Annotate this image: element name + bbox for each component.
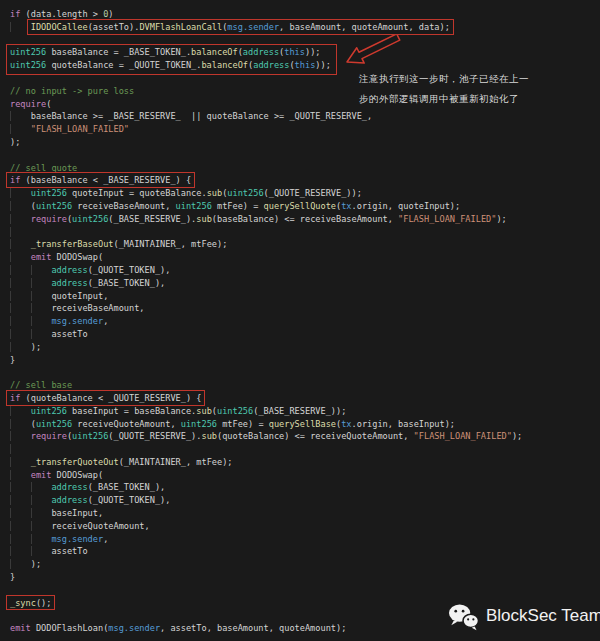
- code-line: );: [10, 136, 596, 149]
- code-line: IDODOCallee(assetTo).DVMFlashLoanCall(ms…: [10, 21, 596, 34]
- code-line: assetTo: [10, 545, 596, 558]
- code-line: emit DODOSwap(: [10, 469, 596, 482]
- code-line: receiveBaseAmount,: [10, 302, 596, 315]
- code-line: address(_QUOTE_TOKEN_),: [10, 264, 596, 277]
- code-line: );: [10, 558, 596, 571]
- wechat-icon: [448, 602, 479, 631]
- code-line: );: [10, 341, 596, 354]
- annotation-text-line-1: 注意执行到这一步时，池子已经在上一: [359, 69, 529, 89]
- code-line: [10, 226, 596, 239]
- watermark: BlockSec Team: [448, 601, 600, 631]
- code-line: if (data.length > 0): [10, 8, 596, 21]
- code-line: _transferBaseOut(_MAINTAINER_, mtFee);: [10, 238, 596, 251]
- code-line: [10, 34, 596, 47]
- code-line: baseBalance >= _BASE_RESERVE_ || quoteBa…: [10, 110, 596, 123]
- code-line: require(uint256(_BASE_RESERVE_).sub(base…: [10, 213, 596, 226]
- code-line: uint256 baseBalance = _BASE_TOKEN_.balan…: [10, 46, 596, 59]
- code-line: (uint256 receiveQuoteAmount, uint256 mtF…: [10, 418, 596, 431]
- code-line: (uint256 receiveBaseAmount, uint256 mtFe…: [10, 200, 596, 213]
- code-line: [10, 366, 596, 379]
- code-line: msg.sender,: [10, 533, 596, 546]
- code-line: [10, 149, 596, 162]
- code-line: }: [10, 354, 596, 367]
- code-line: [10, 443, 596, 456]
- code-line: uint256 baseInput = baseBalance.sub(uint…: [10, 405, 596, 418]
- code-line: msg.sender,: [10, 315, 596, 328]
- code-line: quoteInput,: [10, 290, 596, 303]
- annotation-text-line-2: 步的外部逻辑调用中被重新初始化了: [359, 89, 529, 109]
- watermark-label: BlockSec Team: [486, 606, 600, 626]
- code-line: receiveQuoteAmount,: [10, 520, 596, 533]
- code-line: address(_QUOTE_TOKEN_),: [10, 494, 596, 507]
- code-line: if (baseBalance < _BASE_RESERVE_) {: [10, 174, 596, 187]
- code-line: // sell quote: [10, 162, 596, 175]
- code-line: address(_BASE_TOKEN_),: [10, 481, 596, 494]
- annotation-note: 注意执行到这一步时，池子已经在上一 步的外部逻辑调用中被重新初始化了: [359, 69, 529, 109]
- code-line: emit DODOSwap(: [10, 251, 596, 264]
- code-line: address(_BASE_TOKEN_),: [10, 277, 596, 290]
- code-line: require(uint256(_QUOTE_RESERVE_).sub(quo…: [10, 430, 596, 443]
- code-line: // sell base: [10, 379, 596, 392]
- annotation-arrow-icon: [338, 35, 412, 73]
- code-line: "FLASH_LOAN_FAILED": [10, 123, 596, 136]
- code-line: baseInput,: [10, 507, 596, 520]
- code-editor: if (data.length > 0) IDODOCallee(assetTo…: [0, 0, 600, 641]
- code-line: [10, 584, 596, 597]
- code-line: assetTo: [10, 328, 596, 341]
- code-line: uint256 quoteInput = quoteBalance.sub(ui…: [10, 187, 596, 200]
- code-line: if (quoteBalance < _QUOTE_RESERVE_) {: [10, 392, 596, 405]
- code-line: }: [10, 571, 596, 584]
- code-line: _transferQuoteOut(_MAINTAINER_, mtFee);: [10, 456, 596, 469]
